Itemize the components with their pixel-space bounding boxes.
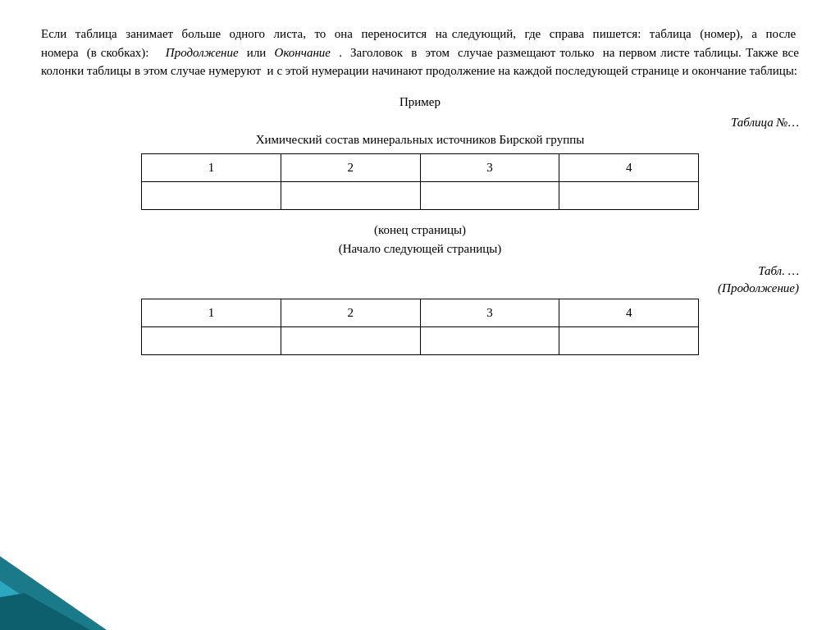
table-cell: [281, 181, 420, 209]
table-cell: 3: [420, 299, 559, 326]
table-caption: Химический состав минеральных источников…: [41, 133, 799, 147]
first-table: 1 2 3 4: [141, 153, 699, 210]
table-row: 1: [142, 153, 281, 181]
example-label: Пример: [41, 95, 799, 109]
table-cell: 4: [559, 299, 699, 326]
table-row: 4: [559, 153, 699, 181]
table-row: 1 2 3 4: [142, 153, 699, 181]
table-cell: [559, 326, 699, 354]
table-row: [142, 326, 699, 354]
next-page-note: (Начало следующей страницы): [41, 242, 799, 256]
table-cell: [142, 181, 281, 209]
main-paragraph: Если таблица занимает больше одного лист…: [41, 25, 799, 80]
table-row: 3: [420, 153, 559, 181]
table-number-first: Таблица №…: [41, 116, 799, 130]
table-number-second: Табл. … (Продолжение): [41, 262, 799, 297]
decorative-corner: [0, 532, 148, 630]
table-cell: [420, 181, 559, 209]
second-table: 1 2 3 4: [141, 299, 699, 355]
table-cell: [420, 326, 559, 354]
table-row: 2: [281, 153, 420, 181]
table-cell: [559, 181, 699, 209]
table-cell: [281, 326, 420, 354]
table-row: [142, 181, 699, 209]
table-cell: 1: [142, 299, 281, 326]
page-break-note: (конец страницы): [41, 223, 799, 237]
table-cell: [142, 326, 281, 354]
table-row: 1 2 3 4: [142, 299, 699, 326]
table-cell: 2: [281, 299, 420, 326]
page-container: Если таблица занимает больше одного лист…: [0, 0, 840, 630]
